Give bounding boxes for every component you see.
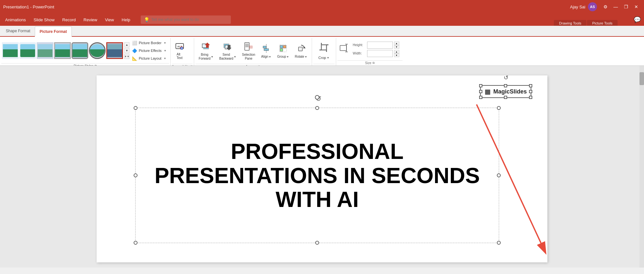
picture-tools-tab[interactable]: Picture Tools [587, 20, 618, 26]
arrange-group: BringForward ▼ SendBackward [194, 38, 312, 65]
ms-handle-ml[interactable] [479, 90, 482, 93]
handle-bl[interactable] [134, 241, 137, 245]
align-btn[interactable]: Align ▼ [259, 39, 274, 63]
handle-rotate[interactable] [315, 95, 319, 100]
crop-group: Crop ▼ [312, 38, 336, 65]
menu-region: Animations Slide Show Record Review View… [0, 14, 644, 37]
style-thumb-1[interactable] [2, 42, 19, 59]
crop-content: Crop ▼ [313, 38, 335, 63]
settings-button[interactable]: ⚙ [601, 2, 610, 11]
user-info: Ajay Sai AS [570, 2, 597, 11]
height-input[interactable] [367, 42, 393, 49]
style-thumbnails [2, 42, 123, 59]
ms-handle-bm[interactable] [504, 96, 507, 99]
handle-tm[interactable] [315, 106, 319, 110]
align-label: Align [261, 55, 268, 59]
ms-logo-text: MagicSlides [493, 88, 527, 95]
svg-rect-23 [298, 47, 302, 51]
width-down[interactable]: ▼ [394, 54, 399, 57]
ms-rotate-handle[interactable]: ↺ [504, 74, 508, 81]
style-thumb-6[interactable] [89, 42, 106, 59]
picture-border-icon: ⬜ [132, 41, 137, 45]
rotate-btn[interactable]: Rotate ▼ [292, 39, 309, 63]
size-group: Height: ▲ ▼ Width: ▲ ▼ [336, 38, 404, 65]
app-title: Presentation1 - PowerPoint [3, 5, 54, 9]
vertical-scrollbar[interactable] [639, 66, 644, 268]
handle-tr[interactable] [497, 106, 501, 110]
scroll-more[interactable]: ▼▼ [124, 54, 129, 59]
svg-rect-29 [340, 45, 346, 51]
window-controls: ⚙ — ❐ ✕ [601, 2, 641, 11]
svg-text:♿: ♿ [180, 47, 183, 50]
height-label: Height: [353, 43, 366, 47]
style-thumb-3[interactable] [37, 42, 53, 59]
height-down[interactable]: ▼ [394, 45, 399, 49]
slide-canvas[interactable]: ↺ ▦ MagicSlides ↺ PROFESSIONALPRESENTATI… [97, 75, 547, 262]
ms-handle-bl[interactable] [479, 96, 482, 99]
avatar[interactable]: AS [588, 2, 597, 11]
menu-help[interactable]: Help [118, 15, 134, 24]
width-input[interactable] [367, 50, 393, 57]
restore-button[interactable]: ❐ [621, 2, 630, 11]
handle-mr[interactable] [497, 173, 501, 177]
scrollbar-thumb[interactable] [639, 72, 644, 85]
ms-handle-tr[interactable] [529, 84, 532, 87]
tab-shape-format[interactable]: Shape Format [1, 26, 35, 36]
svg-marker-22 [303, 46, 306, 48]
height-up[interactable]: ▲ [394, 42, 399, 45]
style-thumb-7[interactable] [106, 42, 123, 59]
slide-main-text: PROFESSIONALPRESENTATIONS IN SECONDSWITH… [155, 139, 480, 211]
handle-bm[interactable] [315, 241, 319, 245]
ms-handle-mr[interactable] [529, 90, 532, 93]
selection-pane-label: SelectionPane [242, 53, 255, 61]
width-up[interactable]: ▲ [394, 50, 399, 54]
group-btn[interactable]: Group ▼ [275, 39, 292, 63]
menu-view[interactable]: View [101, 15, 118, 24]
scroll-up[interactable]: ▲ [124, 42, 129, 47]
handle-ml[interactable] [134, 173, 137, 177]
picture-layout-btn[interactable]: 📐 Picture Layout ▼ [130, 55, 168, 62]
send-backward-label: SendBackward [219, 53, 233, 61]
picture-effects-btn[interactable]: 🔷 Picture Effects ▼ [130, 47, 168, 54]
minimize-button[interactable]: — [611, 2, 620, 11]
drawing-tools-tab[interactable]: Drawing Tools [554, 20, 586, 26]
close-button[interactable]: ✕ [632, 2, 641, 11]
selection-pane-btn[interactable]: SelectionPane [240, 39, 258, 63]
send-backward-btn[interactable]: SendBackward ▼ [217, 39, 239, 63]
comment-icon[interactable]: 💬 [630, 16, 644, 23]
magic-slides-box[interactable]: ↺ ▦ MagicSlides [480, 85, 531, 98]
picture-styles-content: ▲ ▼ ▼▼ ⬜ Picture Border ▼ 🔷 Picture Effe… [1, 38, 169, 63]
crop-btn[interactable]: Crop ▼ [314, 39, 334, 63]
svg-rect-19 [280, 45, 283, 48]
ms-handle-tm[interactable] [504, 84, 507, 87]
ms-handle-br[interactable] [529, 96, 532, 99]
svg-rect-17 [264, 49, 269, 51]
picture-styles-group: ▲ ▼ ▼▼ ⬜ Picture Border ▼ 🔷 Picture Effe… [0, 38, 171, 65]
user-name: Ajay Sai [570, 5, 585, 9]
ms-handle-tl[interactable] [479, 84, 482, 87]
alt-text-btn[interactable]: ALT ♿ AltText [173, 39, 187, 63]
search-input[interactable] [151, 17, 225, 22]
menu-record[interactable]: Record [58, 15, 80, 24]
menu-animations[interactable]: Animations [1, 15, 30, 24]
picture-border-btn[interactable]: ⬜ Picture Border ▼ [130, 39, 168, 46]
menu-review[interactable]: Review [80, 15, 101, 24]
menu-slideshow[interactable]: Slide Show [30, 15, 58, 24]
alt-text-icon: ALT ♿ [175, 42, 184, 51]
bring-forward-btn[interactable]: BringForward ▼ [196, 39, 216, 63]
size-expand[interactable]: ⧉ [373, 61, 374, 65]
handle-tl[interactable] [134, 106, 137, 110]
rotate-label: Rotate [295, 55, 304, 59]
width-spinner: ▲ ▼ [394, 50, 399, 57]
style-thumb-4[interactable] [54, 42, 71, 59]
style-thumb-2[interactable] [19, 42, 36, 59]
tab-picture-format[interactable]: Picture Format [35, 26, 72, 37]
bring-forward-arrow: ▼ [211, 55, 213, 58]
scroll-down[interactable]: ▼ [124, 48, 129, 53]
format-buttons: ⬜ Picture Border ▼ 🔷 Picture Effects ▼ 📐… [130, 39, 168, 62]
style-thumb-5[interactable] [71, 42, 88, 59]
svg-rect-16 [263, 46, 266, 48]
picture-layout-icon: 📐 [132, 56, 137, 61]
slide-textbox[interactable]: PROFESSIONALPRESENTATIONS IN SECONDSWITH… [135, 108, 499, 243]
handle-br[interactable] [497, 241, 501, 245]
